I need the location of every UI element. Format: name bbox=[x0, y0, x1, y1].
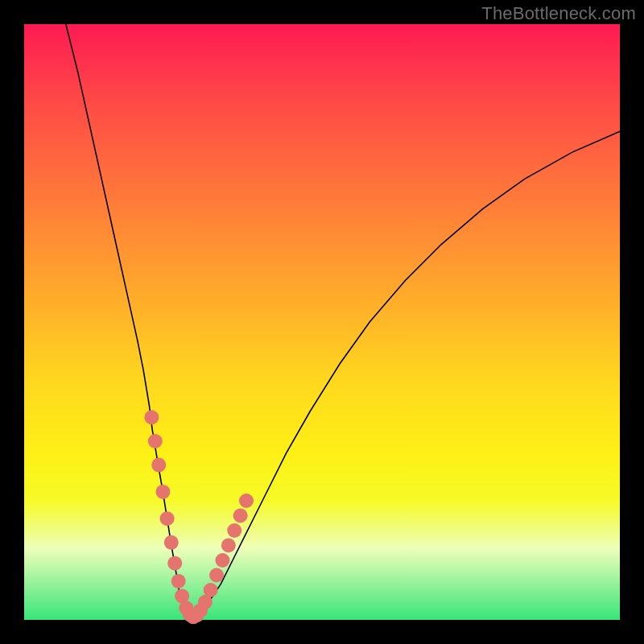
chart-frame: TheBottleneck.com bbox=[0, 0, 644, 644]
bottleneck-curve bbox=[66, 24, 620, 617]
data-marker bbox=[171, 574, 186, 588]
data-marker bbox=[233, 509, 248, 523]
plot-area bbox=[24, 24, 620, 620]
data-marker bbox=[204, 583, 218, 597]
chart-svg bbox=[24, 24, 620, 620]
watermark-text: TheBottleneck.com bbox=[481, 3, 636, 24]
data-marker bbox=[155, 485, 170, 499]
data-marker bbox=[144, 410, 159, 424]
data-marker bbox=[209, 568, 224, 583]
data-marker bbox=[167, 556, 182, 571]
marker-layer bbox=[144, 410, 254, 624]
data-marker bbox=[160, 511, 175, 526]
data-marker bbox=[215, 553, 229, 568]
data-marker bbox=[148, 434, 163, 448]
data-marker bbox=[239, 493, 254, 508]
data-marker bbox=[227, 523, 242, 538]
data-marker bbox=[221, 539, 236, 553]
data-marker bbox=[151, 458, 166, 473]
data-marker bbox=[164, 535, 179, 550]
